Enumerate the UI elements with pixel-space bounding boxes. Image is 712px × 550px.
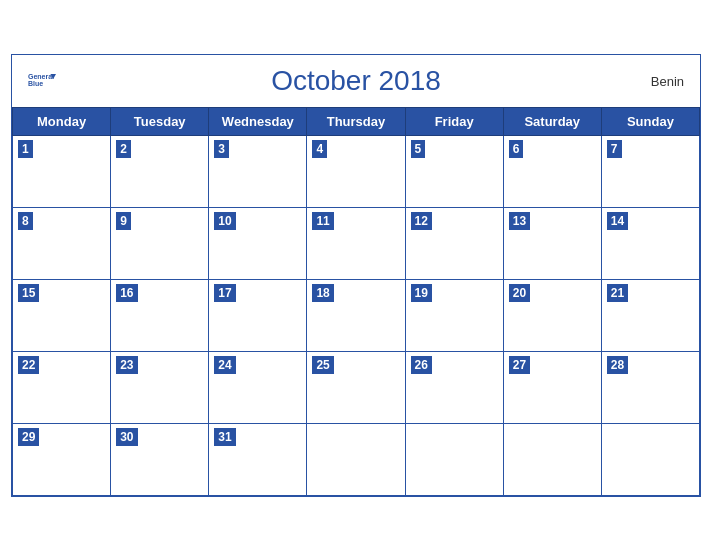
day-number: 1 bbox=[18, 140, 33, 159]
day-number: 7 bbox=[607, 140, 622, 159]
calendar-day-cell: 29 bbox=[13, 423, 111, 495]
calendar-day-cell: 8 bbox=[13, 207, 111, 279]
day-number: 30 bbox=[116, 428, 137, 447]
calendar-week-row: 15161718192021 bbox=[13, 279, 700, 351]
calendar-day-cell: 15 bbox=[13, 279, 111, 351]
calendar-day-cell: 23 bbox=[111, 351, 209, 423]
calendar-day-cell: 26 bbox=[405, 351, 503, 423]
day-number: 16 bbox=[116, 284, 137, 303]
calendar-day-cell: 30 bbox=[111, 423, 209, 495]
calendar-day-cell: 2 bbox=[111, 135, 209, 207]
calendar-day-cell: 13 bbox=[503, 207, 601, 279]
calendar-day-cell: 27 bbox=[503, 351, 601, 423]
day-number: 13 bbox=[509, 212, 530, 231]
svg-text:Blue: Blue bbox=[28, 79, 43, 86]
calendar-day-cell: 18 bbox=[307, 279, 405, 351]
day-number: 12 bbox=[411, 212, 432, 231]
calendar-day-cell: 9 bbox=[111, 207, 209, 279]
header-tuesday: Tuesday bbox=[111, 107, 209, 135]
calendar-day-cell: 24 bbox=[209, 351, 307, 423]
calendar-day-cell: 14 bbox=[601, 207, 699, 279]
day-number: 23 bbox=[116, 356, 137, 375]
day-number: 15 bbox=[18, 284, 39, 303]
day-number: 24 bbox=[214, 356, 235, 375]
calendar-day-cell bbox=[405, 423, 503, 495]
calendar-day-cell bbox=[601, 423, 699, 495]
day-number: 3 bbox=[214, 140, 229, 159]
calendar-grid: Monday Tuesday Wednesday Thursday Friday… bbox=[12, 107, 700, 496]
calendar-header: General Blue October 2018 Benin bbox=[12, 55, 700, 107]
calendar-day-cell: 28 bbox=[601, 351, 699, 423]
day-number: 19 bbox=[411, 284, 432, 303]
day-number: 10 bbox=[214, 212, 235, 231]
calendar-container: General Blue October 2018 Benin Monday T… bbox=[11, 54, 701, 497]
header-saturday: Saturday bbox=[503, 107, 601, 135]
day-number: 2 bbox=[116, 140, 131, 159]
day-number: 17 bbox=[214, 284, 235, 303]
calendar-day-cell bbox=[307, 423, 405, 495]
day-number: 26 bbox=[411, 356, 432, 375]
calendar-day-cell: 17 bbox=[209, 279, 307, 351]
header-sunday: Sunday bbox=[601, 107, 699, 135]
header-friday: Friday bbox=[405, 107, 503, 135]
day-number: 8 bbox=[18, 212, 33, 231]
day-number: 14 bbox=[607, 212, 628, 231]
day-number: 21 bbox=[607, 284, 628, 303]
calendar-day-cell: 20 bbox=[503, 279, 601, 351]
calendar-day-cell: 4 bbox=[307, 135, 405, 207]
generalblue-logo-icon: General Blue bbox=[28, 70, 56, 92]
calendar-day-cell: 31 bbox=[209, 423, 307, 495]
day-number: 28 bbox=[607, 356, 628, 375]
calendar-day-cell: 5 bbox=[405, 135, 503, 207]
header-monday: Monday bbox=[13, 107, 111, 135]
calendar-day-cell: 22 bbox=[13, 351, 111, 423]
day-number: 9 bbox=[116, 212, 131, 231]
day-number: 29 bbox=[18, 428, 39, 447]
calendar-day-cell: 19 bbox=[405, 279, 503, 351]
day-number: 27 bbox=[509, 356, 530, 375]
calendar-title: October 2018 bbox=[271, 65, 441, 97]
day-number: 20 bbox=[509, 284, 530, 303]
day-number: 4 bbox=[312, 140, 327, 159]
calendar-day-cell: 21 bbox=[601, 279, 699, 351]
calendar-day-cell: 10 bbox=[209, 207, 307, 279]
calendar-day-cell: 12 bbox=[405, 207, 503, 279]
calendar-day-cell: 7 bbox=[601, 135, 699, 207]
svg-text:General: General bbox=[28, 72, 54, 79]
calendar-week-row: 22232425262728 bbox=[13, 351, 700, 423]
calendar-day-cell: 1 bbox=[13, 135, 111, 207]
logo-area: General Blue bbox=[28, 70, 56, 92]
day-number: 11 bbox=[312, 212, 333, 231]
country-label: Benin bbox=[651, 73, 684, 88]
calendar-day-cell: 25 bbox=[307, 351, 405, 423]
calendar-day-cell: 11 bbox=[307, 207, 405, 279]
day-number: 31 bbox=[214, 428, 235, 447]
calendar-week-row: 891011121314 bbox=[13, 207, 700, 279]
calendar-week-row: 293031 bbox=[13, 423, 700, 495]
weekday-header-row: Monday Tuesday Wednesday Thursday Friday… bbox=[13, 107, 700, 135]
day-number: 22 bbox=[18, 356, 39, 375]
day-number: 25 bbox=[312, 356, 333, 375]
day-number: 6 bbox=[509, 140, 524, 159]
day-number: 5 bbox=[411, 140, 426, 159]
calendar-day-cell: 6 bbox=[503, 135, 601, 207]
calendar-week-row: 1234567 bbox=[13, 135, 700, 207]
header-wednesday: Wednesday bbox=[209, 107, 307, 135]
calendar-day-cell: 16 bbox=[111, 279, 209, 351]
header-thursday: Thursday bbox=[307, 107, 405, 135]
calendar-day-cell bbox=[503, 423, 601, 495]
day-number: 18 bbox=[312, 284, 333, 303]
calendar-day-cell: 3 bbox=[209, 135, 307, 207]
